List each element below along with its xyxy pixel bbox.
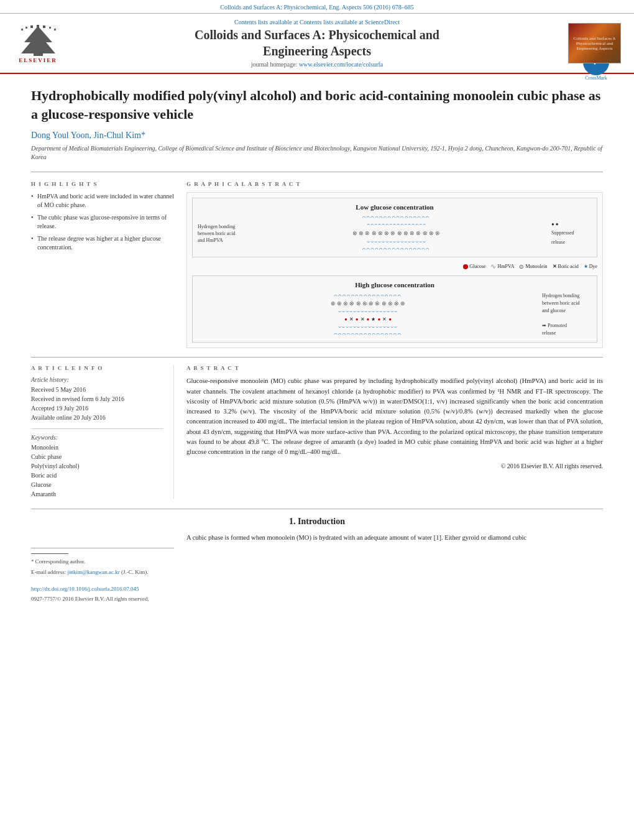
svg-marker-7 <box>21 26 55 53</box>
affiliation: Department of Medical Biomaterials Engin… <box>31 144 603 162</box>
svg-rect-1 <box>25 27 27 29</box>
journal-center: Contents lists available at Contents lis… <box>66 19 568 68</box>
footer-notes: * Corresponding author. E-mail address: … <box>31 548 174 602</box>
introduction-header: 1. Introduction <box>31 517 603 527</box>
keyword-item: Cubic phase <box>31 452 163 461</box>
keywords-title: Keywords: <box>31 434 163 441</box>
article-info-column: A R T I C L E I N F O Article history: R… <box>31 365 174 499</box>
article-history: Article history: Received 5 May 2016 Rec… <box>31 376 163 422</box>
highlights-list: HmPVA and boric acid were included in wa… <box>31 192 174 252</box>
journal-reference: Colloids and Surfaces A: Physicochemical… <box>0 0 634 14</box>
svg-rect-5 <box>49 27 51 29</box>
received-date: Received 5 May 2016 <box>31 385 163 394</box>
elsevier-logo: ELSEVIER <box>10 24 66 63</box>
abstract-column: A B S T R A C T Glucose-responsive monoo… <box>186 365 603 499</box>
article-info-abstract-section: A R T I C L E I N F O Article history: R… <box>31 357 603 499</box>
svg-rect-8 <box>34 53 43 56</box>
journal-logo: Colloids and Surfaces A Physicochemical … <box>568 23 624 63</box>
received-revised-date: Received in revised form 6 July 2016 <box>31 394 163 404</box>
keyword-item: Amaranth <box>31 489 163 499</box>
elsevier-tree-icon <box>18 24 58 56</box>
journal-homepage: journal homepage: www.elsevier.com/locat… <box>66 61 568 68</box>
list-item: The cubic phase was glucose-responsive i… <box>31 213 174 231</box>
journal-header: ELSEVIER Contents lists available at Con… <box>0 14 634 74</box>
doi-note: http://dx.doi.org/10.1016/j.colsurfa.201… <box>31 585 174 593</box>
keywords-section: Keywords: Monoolein Cubic phase Poly(vin… <box>31 434 163 499</box>
highlights-graphical-section: H I G H L I G H T S HmPVA and boric acid… <box>31 172 603 348</box>
svg-rect-0 <box>21 29 23 30</box>
svg-rect-6 <box>54 29 56 30</box>
svg-rect-4 <box>43 25 45 28</box>
graphical-abstract-box: Low glucose concentration Hydrogen bondi… <box>186 192 603 348</box>
abstract-text: Glucose-responsive monoolein (MO) cubic … <box>186 376 603 471</box>
authors: Dong Youl Yoon, Jin-Chul Kim* <box>31 131 603 141</box>
svg-rect-2 <box>30 25 33 28</box>
ga-legend: Glucose ∿ HmPVA ⊙ Monoolein ✕ Boric acid… <box>192 262 597 270</box>
email-note: E-mail address: jinkim@kangwan.ac.kr (J.… <box>31 568 174 576</box>
low-glucose-title: Low glucose concentration <box>198 203 592 211</box>
article-history-title: Article history: <box>31 376 163 383</box>
high-glucose-title: High glucose concentration <box>198 281 592 288</box>
low-left-label: Hydrogen bondingbetween boric acidand Hm… <box>198 223 241 244</box>
journal-logo-image: Colloids and Surfaces A Physicochemical … <box>568 23 621 63</box>
graphical-abstract-column: G R A P H I C A L A B S T R A C T Low gl… <box>186 181 603 348</box>
introduction-text: A cubic phase is formed when monoolein (… <box>186 533 603 543</box>
science-direct-label: Contents lists available at Contents lis… <box>66 19 568 25</box>
introduction-cols: * Corresponding author. E-mail address: … <box>31 533 603 605</box>
high-right-label: Hydrogen bondingbetween boric acidand gl… <box>542 292 592 337</box>
keyword-item: Poly(vinyl alcohol) <box>31 461 163 471</box>
journal-title: Colloids and Surfaces A: Physicochemical… <box>66 27 568 59</box>
introduction-footnotes: * Corresponding author. E-mail address: … <box>31 533 174 605</box>
crossmark-label: CrossMark <box>583 75 609 81</box>
accepted-date: Accepted 19 July 2016 <box>31 404 163 413</box>
issn-note: 0927-7757/© 2016 Elsevier B.V. All right… <box>31 595 174 603</box>
graphical-abstract-label: G R A P H I C A L A B S T R A C T <box>186 181 603 187</box>
article-title: Hydrophobically modified poly(vinyl alco… <box>31 86 603 123</box>
list-item: The release degree was higher at a highe… <box>31 234 174 252</box>
article-area: ✓ CrossMark Hydrophobically modified pol… <box>0 74 634 618</box>
keyword-item: Monoolein <box>31 443 163 452</box>
available-online-date: Available online 20 July 2016 <box>31 413 163 422</box>
keyword-item: Glucose <box>31 480 163 489</box>
abstract-label: A B S T R A C T <box>186 365 603 371</box>
highlights-label: H I G H L I G H T S <box>31 181 174 187</box>
corresponding-note: * Corresponding author. <box>31 558 174 566</box>
list-item: HmPVA and boric acid were included in wa… <box>31 192 174 210</box>
introduction-section: 1. Introduction * Corresponding author. … <box>31 509 603 605</box>
highlights-column: H I G H L I G H T S HmPVA and boric acid… <box>31 181 174 348</box>
low-right-label: ● ●Suppressedrelease <box>551 220 592 247</box>
introduction-text-column: A cubic phase is formed when monoolein (… <box>186 533 603 605</box>
article-info-label: A R T I C L E I N F O <box>31 365 163 371</box>
keyword-item: Boric acid <box>31 471 163 480</box>
